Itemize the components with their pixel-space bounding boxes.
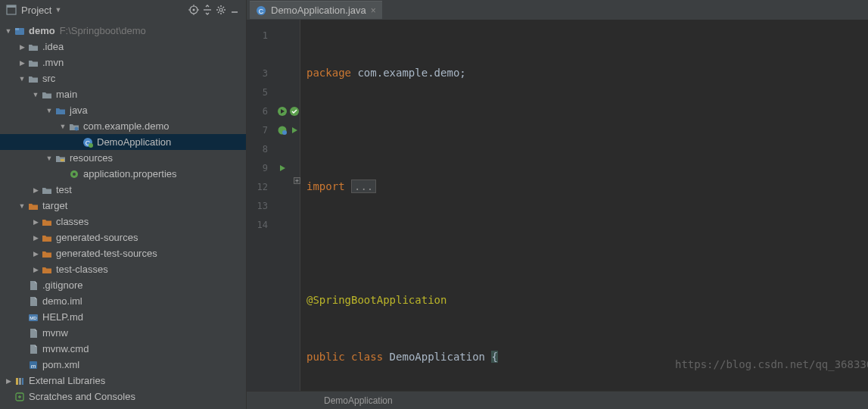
- tree-item-generated-sources[interactable]: ▶generated-sources: [0, 229, 246, 245]
- gutter-line[interactable]: 8: [247, 139, 300, 158]
- gutter-line[interactable]: 9: [247, 158, 300, 177]
- project-view-selector[interactable]: Project ▼: [5, 3, 61, 17]
- svg-rect-36: [22, 378, 23, 385]
- tree-item-scratches-and-consoles[interactable]: Scratches and Consoles: [0, 389, 246, 404]
- tree-arrow-icon[interactable]: ▼: [45, 107, 53, 114]
- gutter-line[interactable]: [247, 45, 300, 64]
- tree-item-external-libraries[interactable]: ▶External Libraries: [0, 373, 246, 389]
- breadcrumb[interactable]: DemoApplication: [324, 395, 393, 406]
- gutter-line[interactable]: 6: [247, 101, 300, 120]
- svg-point-9: [219, 8, 222, 11]
- tree-arrow-icon[interactable]: ▼: [5, 27, 12, 35]
- tree-arrow-icon[interactable]: ▼: [18, 75, 26, 83]
- tree-arrow-icon[interactable]: ▶: [32, 186, 39, 194]
- spring-run-icon[interactable]: [277, 106, 288, 117]
- close-tab-icon[interactable]: ×: [371, 5, 376, 16]
- tree-item--idea[interactable]: ▶.idea: [0, 39, 246, 55]
- tree-item-help-md[interactable]: MDHELP.md: [0, 309, 246, 325]
- tree-arrow-icon[interactable]: ▶: [32, 234, 39, 242]
- tree-item-demo-iml[interactable]: demo.iml: [0, 293, 246, 309]
- tree-item-application-properties[interactable]: application.properties: [0, 166, 246, 182]
- project-tool-header: Project ▼: [0, 0, 247, 20]
- tree-label: src: [42, 73, 55, 84]
- file-icon: [27, 295, 39, 308]
- expand-all-icon[interactable]: [201, 3, 214, 17]
- line-number: 3: [247, 68, 274, 79]
- svg-rect-1: [7, 5, 16, 8]
- tree-arrow-icon[interactable]: ▶: [18, 59, 26, 67]
- tree-arrow-icon[interactable]: ▼: [18, 202, 26, 210]
- svg-line-16: [218, 12, 219, 14]
- editor[interactable]: 1356789121314 package com.example.demo; …: [247, 20, 868, 409]
- gear-icon[interactable]: [214, 3, 228, 17]
- tree-arrow-icon[interactable]: ▶: [32, 266, 39, 273]
- tree-item-target[interactable]: ▼target: [0, 198, 246, 214]
- bean-icon[interactable]: [277, 125, 288, 136]
- run-icon[interactable]: [277, 163, 288, 173]
- tree-item-demo[interactable]: ▼demoF:\Springboot\demo: [0, 23, 246, 39]
- tree-label: .mvn: [42, 57, 64, 68]
- line-number: 5: [247, 87, 274, 98]
- tree-arrow-icon[interactable]: ▼: [59, 123, 67, 130]
- gutter[interactable]: 1356789121314: [247, 20, 300, 391]
- tree-item-test[interactable]: ▶test: [0, 182, 246, 198]
- svg-point-23: [75, 126, 79, 130]
- fold-icon[interactable]: +: [294, 177, 300, 184]
- svg-rect-35: [19, 378, 21, 385]
- tree-arrow-icon[interactable]: ▼: [32, 91, 39, 98]
- svg-line-14: [218, 7, 219, 8]
- tree-label: generated-sources: [56, 232, 138, 243]
- gutter-line[interactable]: 14: [247, 215, 300, 234]
- minimize-icon[interactable]: [228, 3, 241, 17]
- line-number: 9: [247, 163, 274, 173]
- tree-arrow-icon[interactable]: ▶: [5, 377, 12, 385]
- status-bar: DemoApplication: [247, 391, 868, 409]
- tree-label: mvnw: [42, 327, 68, 339]
- tree-label: External Libraries: [29, 375, 105, 386]
- gutter-line[interactable]: 1: [247, 26, 300, 45]
- folder-icon: [41, 184, 53, 196]
- gutter-line[interactable]: 13: [247, 196, 300, 215]
- tree-item-pom-xml[interactable]: mpom.xml: [0, 357, 246, 373]
- tab-demoapplication[interactable]: C DemoApplication.java ×: [250, 1, 382, 19]
- tree-label: application.properties: [83, 168, 177, 180]
- tree-item-demoapplication[interactable]: CDemoApplication: [0, 134, 246, 150]
- code-area[interactable]: package com.example.demo; +import ... @S…: [300, 20, 868, 391]
- folder-icon: [41, 89, 53, 101]
- gutter-line[interactable]: 7: [247, 120, 300, 139]
- resources-icon: [54, 152, 67, 164]
- tree-item-test-classes[interactable]: ▶test-classes: [0, 261, 246, 277]
- tree-arrow-icon[interactable]: ▶: [32, 218, 39, 226]
- package-icon: [68, 120, 80, 133]
- tree-arrow-icon[interactable]: ▶: [32, 250, 39, 258]
- gutter-line[interactable]: 5: [247, 83, 300, 101]
- folder-orange-icon: [41, 216, 53, 228]
- tree-item-classes[interactable]: ▶classes: [0, 214, 246, 229]
- tree-item-generated-test-sources[interactable]: ▶generated-test-sources: [0, 245, 246, 261]
- tree-label: test-classes: [56, 264, 108, 275]
- tree-item-mvnw-cmd[interactable]: mvnw.cmd: [0, 341, 246, 357]
- spring-ok-icon[interactable]: [289, 106, 300, 117]
- tree-label: classes: [56, 216, 89, 227]
- tree-arrow-icon[interactable]: ▼: [45, 155, 53, 162]
- tree-item--gitignore[interactable]: .gitignore: [0, 277, 246, 293]
- locate-icon[interactable]: [187, 3, 201, 17]
- folder-blue-icon: [54, 105, 67, 117]
- tree-label: mvnw.cmd: [42, 343, 89, 354]
- tree-item-src[interactable]: ▼src: [0, 70, 246, 86]
- tree-item-java[interactable]: ▼java: [0, 102, 246, 118]
- md-icon: MD: [27, 311, 39, 323]
- tree-item--mvn[interactable]: ▶.mvn: [0, 55, 246, 70]
- tree-item-mvnw[interactable]: mvnw: [0, 325, 246, 341]
- svg-text:MD: MD: [30, 316, 37, 320]
- tree-item-resources[interactable]: ▼resources: [0, 150, 246, 166]
- svg-text:C: C: [259, 7, 264, 14]
- line-number: 13: [247, 201, 274, 211]
- tree-item-main[interactable]: ▼main: [0, 86, 246, 102]
- gutter-line[interactable]: 12: [247, 177, 300, 196]
- tree-arrow-icon[interactable]: ▶: [18, 43, 26, 51]
- gutter-line[interactable]: 3: [247, 64, 300, 83]
- run-icon[interactable]: [289, 125, 300, 136]
- tree-item-com-example-demo[interactable]: ▼com.example.demo: [0, 118, 246, 134]
- project-tree[interactable]: ▼demoF:\Springboot\demo▶.idea▶.mvn▼src▼m…: [0, 20, 247, 409]
